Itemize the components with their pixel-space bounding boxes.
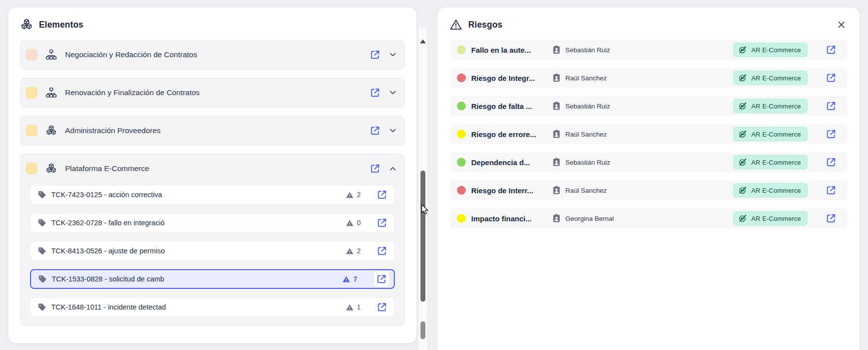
open-external-icon[interactable] xyxy=(826,129,836,140)
context-chip[interactable]: AR E-Commerce xyxy=(733,99,808,113)
open-external-icon[interactable] xyxy=(376,274,387,284)
context-chip-label: AR E-Commerce xyxy=(751,46,801,54)
risk-row[interactable]: Fallo en la aute... Sebastián Ruiz AR E-… xyxy=(450,40,847,60)
open-external-icon[interactable] xyxy=(826,101,836,111)
scrollbar-up-arrow-icon[interactable] xyxy=(420,39,426,43)
element-group-row[interactable]: Negociación y Redacción de Contratos xyxy=(21,40,404,69)
open-external-icon[interactable] xyxy=(370,163,381,174)
open-external-icon[interactable] xyxy=(370,125,381,136)
warning-counter: 7 xyxy=(342,275,358,283)
close-button[interactable] xyxy=(835,18,848,31)
chevron-down-icon[interactable] xyxy=(388,50,397,59)
open-external-icon[interactable] xyxy=(826,185,836,196)
context-chip[interactable]: AR E-Commerce xyxy=(733,183,808,198)
context-chip[interactable]: AR E-Commerce xyxy=(733,42,808,57)
scrollbar-thumb-secondary[interactable] xyxy=(420,321,425,339)
assignee-name: Sebastián Ruiz xyxy=(565,159,610,166)
open-external-icon[interactable] xyxy=(370,87,381,98)
ticket-row[interactable]: TCK-1648-1011 - incidente detectad 1 xyxy=(30,297,395,317)
context-chip-label: AR E-Commerce xyxy=(751,215,801,222)
activity-off-icon xyxy=(738,45,748,55)
open-external-icon[interactable] xyxy=(377,189,387,200)
risk-row[interactable]: Riesgo de falta ... Sebastián Ruiz AR E-… xyxy=(450,96,847,116)
context-chip[interactable]: AR E-Commerce xyxy=(733,211,808,226)
open-external-icon[interactable] xyxy=(370,49,381,60)
warning-count: 0 xyxy=(357,219,362,227)
scrollbar-thumb[interactable] xyxy=(420,171,425,302)
risk-assignee: Sebastián Ruiz xyxy=(552,157,610,167)
risk-row[interactable]: Impacto financi... Georgina Bernal AR E-… xyxy=(450,209,847,228)
tag-icon xyxy=(37,218,46,227)
risk-name: Riesgo de Integr... xyxy=(471,74,552,82)
context-chip[interactable]: AR E-Commerce xyxy=(733,155,808,170)
chevron-down-icon[interactable] xyxy=(388,88,397,97)
group-color-swatch xyxy=(26,49,37,61)
cubes-icon xyxy=(20,18,33,31)
risk-name: Riesgo de Interr... xyxy=(471,186,552,195)
open-external-icon[interactable] xyxy=(826,213,836,224)
risk-row[interactable]: Dependencia d... Sebastián Ruiz AR E-Com… xyxy=(450,152,847,172)
open-external-icon[interactable] xyxy=(826,44,836,55)
open-external-icon[interactable] xyxy=(377,245,387,256)
element-group: Administración Proveedores xyxy=(20,116,405,145)
ticket-label: TCK-1648-1011 - incidente detectad xyxy=(51,303,166,311)
ticket-label: TCK-2362-0728 - fallo en integració xyxy=(51,219,165,227)
ticket-row[interactable]: TCK-7423-0125 - acción correctiva 2 xyxy=(30,185,395,205)
elementos-panel-header: Elementos xyxy=(8,7,417,40)
vertical-scrollbar-track[interactable] xyxy=(418,28,427,350)
activity-off-icon xyxy=(738,213,748,223)
assignee-name: Georgina Bernal xyxy=(565,215,614,222)
open-external-icon[interactable] xyxy=(377,302,387,313)
element-group-row[interactable]: Plataforma E-Commerce xyxy=(21,154,404,183)
element-group: Renovación y Finalización de Contratos xyxy=(20,78,405,107)
warning-icon xyxy=(346,191,354,199)
context-chip-label: AR E-Commerce xyxy=(751,159,801,166)
open-external-icon[interactable] xyxy=(377,217,387,228)
group-label: Negociación y Redacción de Contratos xyxy=(65,50,197,59)
assignee-name: Sebastián Ruiz xyxy=(565,46,610,54)
ticket-row[interactable]: TCK-2362-0728 - fallo en integració 0 xyxy=(30,213,395,233)
group-label: Administración Proveedores xyxy=(65,126,161,135)
context-chip[interactable]: AR E-Commerce xyxy=(733,70,808,85)
warning-icon xyxy=(450,18,462,31)
group-label: Renovación y Finalización de Contratos xyxy=(65,88,200,97)
id-badge-icon xyxy=(552,73,561,83)
assignee-name: Raúl Sanchez xyxy=(565,131,607,138)
context-chip-label: AR E-Commerce xyxy=(751,131,801,138)
ticket-row[interactable]: TCK-8413-0526 - ajuste de permiso 2 xyxy=(30,241,395,261)
riesgos-panel-header: Riesgos xyxy=(438,7,860,40)
context-chip-label: AR E-Commerce xyxy=(751,74,801,82)
id-badge-icon xyxy=(552,157,561,167)
sitemap-icon xyxy=(45,49,57,61)
warning-icon xyxy=(346,303,354,312)
id-badge-icon xyxy=(552,213,561,223)
ticket-label: TCK-1533-0828 - solicitud de camb xyxy=(52,275,164,283)
chevron-down-icon[interactable] xyxy=(388,126,397,135)
risk-status-dot xyxy=(457,102,466,110)
chevron-up-icon[interactable] xyxy=(388,164,397,173)
risk-name: Dependencia d... xyxy=(471,158,552,167)
risk-row[interactable]: Riesgo de Integr... Raúl Sanchez AR E-Co… xyxy=(450,68,847,88)
close-icon xyxy=(836,20,846,30)
assignee-name: Sebastián Ruiz xyxy=(565,103,610,110)
element-group-row[interactable]: Administración Proveedores xyxy=(21,116,404,145)
sitemap-icon xyxy=(45,87,57,99)
risk-assignee: Raúl Sanchez xyxy=(552,129,607,139)
risk-row[interactable]: Riesgo de errore... Raúl Sanchez AR E-Co… xyxy=(450,124,847,144)
warning-counter: 2 xyxy=(346,247,362,255)
risk-row[interactable]: Riesgo de Interr... Raúl Sanchez AR E-Co… xyxy=(450,180,847,200)
group-color-swatch xyxy=(26,163,37,175)
id-badge-icon xyxy=(552,129,561,139)
open-external-icon[interactable] xyxy=(826,72,836,83)
tag-icon xyxy=(37,303,46,312)
context-chip[interactable]: AR E-Commerce xyxy=(733,127,808,141)
ticket-label: TCK-8413-0526 - ajuste de permiso xyxy=(51,247,165,255)
cubes-icon xyxy=(45,125,57,137)
warning-icon xyxy=(346,219,354,227)
ticket-row[interactable]: TCK-1533-0828 - solicitud de camb 7 xyxy=(30,269,395,289)
risk-assignee: Sebastián Ruiz xyxy=(552,45,610,55)
open-external-icon[interactable] xyxy=(826,157,836,168)
group-color-swatch xyxy=(26,125,37,137)
id-badge-icon xyxy=(552,185,561,195)
element-group-row[interactable]: Renovación y Finalización de Contratos xyxy=(21,78,404,107)
